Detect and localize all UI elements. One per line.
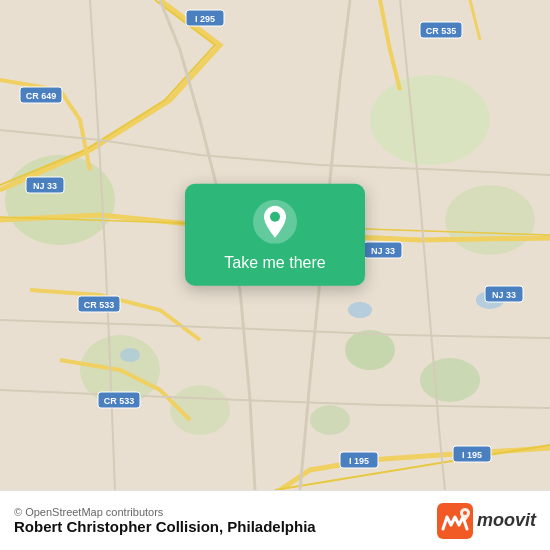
svg-text:NJ 33: NJ 33 xyxy=(33,181,57,191)
attribution-text: © OpenStreetMap contributors xyxy=(14,506,427,518)
location-pin-icon xyxy=(253,200,297,244)
moovit-text: moovit xyxy=(477,510,536,531)
place-name: Robert Christopher Collision, Philadelph… xyxy=(14,518,427,535)
svg-point-1 xyxy=(5,155,115,245)
svg-text:CR 649: CR 649 xyxy=(26,91,57,101)
bottom-bar-content: © OpenStreetMap contributors Robert Chri… xyxy=(14,506,427,535)
svg-text:CR 533: CR 533 xyxy=(104,396,135,406)
svg-point-5 xyxy=(445,185,535,255)
svg-text:NJ 33: NJ 33 xyxy=(492,290,516,300)
svg-text:CR 535: CR 535 xyxy=(426,26,457,36)
svg-point-4 xyxy=(370,75,490,165)
moovit-icon xyxy=(437,503,473,539)
svg-text:I 295: I 295 xyxy=(195,14,215,24)
svg-point-36 xyxy=(463,511,467,515)
svg-text:NJ 33: NJ 33 xyxy=(371,246,395,256)
svg-point-33 xyxy=(270,212,280,222)
map-container: I 295 CR 535 CR 649 NJ 33 NJ 33 NJ 33 CR… xyxy=(0,0,550,490)
svg-rect-34 xyxy=(437,503,473,539)
moovit-logo: moovit xyxy=(437,503,536,539)
svg-point-8 xyxy=(310,405,350,435)
bottom-bar: © OpenStreetMap contributors Robert Chri… xyxy=(0,490,550,550)
location-card[interactable]: Take me there xyxy=(185,184,365,286)
svg-point-7 xyxy=(420,358,480,402)
svg-point-9 xyxy=(348,302,372,318)
svg-text:I 195: I 195 xyxy=(349,456,369,466)
svg-text:I 195: I 195 xyxy=(462,450,482,460)
svg-point-6 xyxy=(345,330,395,370)
take-me-there-label: Take me there xyxy=(224,254,325,272)
svg-text:CR 533: CR 533 xyxy=(84,300,115,310)
svg-point-11 xyxy=(120,348,140,362)
